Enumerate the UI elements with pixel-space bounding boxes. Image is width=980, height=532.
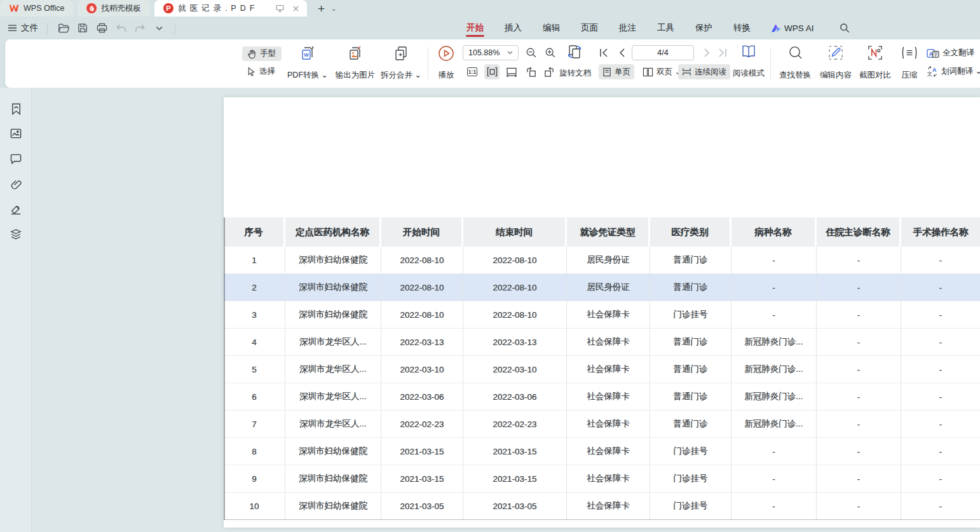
cursor-icon [247,67,256,76]
menu-tools[interactable]: 工具 [657,18,675,38]
table-cell: 门诊挂号 [650,438,732,465]
compress-button[interactable]: 压缩 [895,44,924,83]
tab-wps-home[interactable]: WPS Office [0,0,73,17]
table-cell: 社会保障卡 [567,301,650,328]
table-header-cell: 病种名称 [732,217,817,247]
export-image-button[interactable]: 输出为图片 [334,44,376,83]
next-page-icon[interactable] [699,45,714,60]
screenshot-compare-button[interactable]: 截图对比 [855,44,895,83]
file-menu-button[interactable]: 文件 [8,22,38,34]
save-icon[interactable] [76,21,90,35]
table-header-cell: 结束时间 [463,217,567,247]
last-page-icon[interactable] [715,45,730,60]
rotate-doc-label[interactable]: 旋转文档 [559,68,591,79]
table-cell: - [817,301,901,328]
menu-page[interactable]: 页面 [580,18,599,38]
tab-monitor-icon[interactable] [275,3,286,14]
divider [428,47,428,80]
first-page-icon[interactable] [596,45,611,60]
quickbar-more-chevron-icon[interactable] [152,21,166,35]
table-cell: 门诊挂号 [650,465,732,492]
table-header-cell: 定点医药机构名称 [285,217,381,247]
fit-height-icon[interactable] [484,64,500,79]
attachment-icon[interactable] [8,177,24,192]
zoom-out-icon[interactable] [524,45,539,60]
comment-panel-icon[interactable] [8,151,24,167]
tab-docer-templates[interactable]: 找稻壳模板 [78,0,150,17]
export-image-icon [348,45,363,62]
edit-content-button[interactable]: 编辑内容 [816,44,855,83]
prev-page-icon[interactable] [614,45,629,60]
side-panel-strip [0,88,32,532]
new-tab-button[interactable]: + [318,3,325,15]
table-cell: 9 [224,465,285,492]
signature-pen-icon[interactable] [8,201,24,217]
print-icon[interactable] [95,21,109,35]
menu-edit[interactable]: 编辑 [542,18,561,38]
table-cell: 深圳市妇幼保健院 [285,301,381,328]
menu-comment[interactable]: 批注 [618,18,637,38]
svg-text:A: A [932,67,937,73]
continuous-icon [682,67,691,76]
bookmark-icon[interactable] [8,101,24,116]
fit-width-icon[interactable] [504,64,519,79]
undo-icon[interactable] [114,21,128,35]
table-cell: - [901,383,980,410]
tab-list-chevron-icon[interactable]: ⌄ [331,5,336,12]
table-cell: 居民身份证 [567,247,650,273]
actual-size-button[interactable]: 1:1 [465,64,480,79]
menu-wps-ai[interactable]: WPS AI [771,24,814,33]
open-file-icon[interactable] [57,21,71,35]
table-row: 7深圳市龙华区人...2022-02-232022-02-23社会保障卡普通门诊… [224,411,980,438]
wps-ai-logo-icon [771,24,781,32]
rotate-right-icon[interactable] [541,64,557,79]
document-tab-title: 就医记录.PDF [178,3,270,14]
edit-content-icon [828,45,843,60]
rotate-left-icon[interactable] [524,64,539,79]
read-mode-label[interactable]: 阅读模式 [733,68,765,79]
menu-search-icon[interactable] [838,21,852,35]
tab-close-icon[interactable] [290,3,302,14]
pdf-convert-button[interactable]: W PDF转换 ⌄ [283,44,332,83]
layers-icon[interactable] [8,227,24,242]
table-cell: 新冠肺炎门诊... [732,356,817,383]
medical-records-table: 序号定点医药机构名称开始时间结束时间就诊凭证类型医疗类别病种名称住院主诊断名称手… [224,217,980,520]
zoom-in-icon[interactable] [543,45,558,60]
page-number-input[interactable]: 4/4 [632,45,694,60]
play-button[interactable]: 播放 [431,44,461,83]
select-tool-button[interactable]: 选择 [242,64,282,79]
table-row: 5深圳市龙华区人...2022-03-102022-03-10社会保障卡普通门诊… [224,356,980,383]
table-cell: - [901,493,980,519]
tab-document-active[interactable]: P 就医记录.PDF [154,0,307,17]
menu-protect[interactable]: 保护 [695,18,713,38]
find-replace-button[interactable]: 查找替换 [775,44,815,83]
table-cell: 2022-03-10 [381,356,463,383]
menu-home[interactable]: 开始 [466,18,484,38]
redo-icon[interactable] [133,21,147,35]
table-header-cell: 开始时间 [381,217,463,247]
zoom-level-dropdown[interactable]: 105.88% [463,45,519,60]
table-cell: 7 [224,411,285,437]
hand-tool-button[interactable]: 手型 [242,46,282,61]
single-page-button[interactable]: 单页 [599,64,634,79]
table-cell: 2022-08-10 [463,274,567,301]
full-translate-button[interactable]: A 字 全文翻译 [927,46,980,60]
table-cell: - [817,465,901,492]
table-cell: 2021-03-05 [381,493,463,519]
split-merge-button[interactable]: 拆分合并 ⌄ [379,44,423,83]
table-row: 4深圳市龙华区人...2022-03-132022-03-13社会保障卡普通门诊… [224,329,980,356]
table-row: 8深圳市妇幼保健院2021-03-152021-03-15社会保障卡门诊挂号--… [224,438,980,465]
menu-convert[interactable]: 转换 [733,18,751,38]
play-circle-icon [438,45,454,62]
thumbnail-icon[interactable] [8,126,24,141]
word-translate-button[interactable]: A 文 划词翻译 ⌄ [927,64,980,79]
table-cell: 6 [224,383,285,410]
table-cell: 2022-08-10 [381,274,463,301]
table-cell: - [901,301,980,328]
menu-insert[interactable]: 插入 [504,18,522,38]
table-header-cell: 序号 [224,217,285,247]
word-translate-icon: A 文 [927,66,938,77]
table-cell: 2021-03-15 [381,465,463,492]
one-to-one-icon: 1:1 [467,67,477,76]
continuous-read-button[interactable]: 连续阅读 [678,64,730,79]
